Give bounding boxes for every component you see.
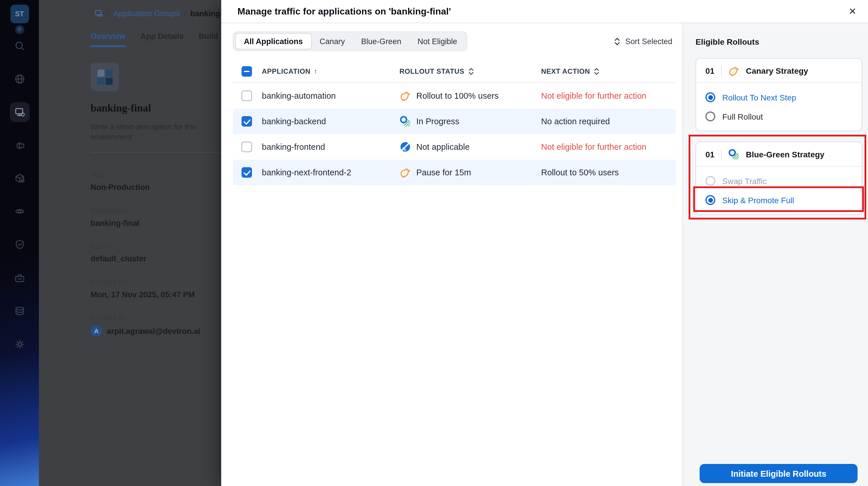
blue-green-icon — [728, 148, 739, 160]
modal-body: All Applications Canary Blue-Green Not E… — [221, 23, 868, 486]
table-row[interactable]: banking-frontend Not applicable Not elig… — [233, 134, 676, 160]
globe-icon[interactable] — [9, 69, 29, 89]
rollout-status-cell: In Progress — [399, 116, 541, 127]
option-rollout-to-next-step[interactable]: Rollout To Next Step — [706, 88, 852, 107]
card-header: 01 Canary Strategy — [696, 59, 862, 83]
breadcrumb: / Application Groups / banking-f — [94, 9, 225, 18]
tab-overview[interactable]: Overview — [91, 32, 125, 47]
row-checkbox[interactable] — [242, 142, 252, 152]
logo-gear-icon: ⚙ — [15, 25, 24, 34]
row-checkbox[interactable] — [242, 116, 252, 127]
canary-icon — [399, 90, 411, 101]
column-rollout-status[interactable]: ROLLOUT STATUS — [399, 67, 541, 75]
next-action-cell: Rollout to 50% users — [541, 168, 676, 177]
environment-description: Write a short description for this envir… — [91, 122, 242, 142]
manage-traffic-modal: Manage traffic for applications on 'bank… — [221, 0, 868, 486]
row-checkbox[interactable] — [242, 91, 252, 101]
application-name: banking-backend — [262, 117, 399, 126]
option-full-rollout[interactable]: Full Rollout — [706, 107, 852, 126]
radio-selected[interactable] — [706, 195, 715, 205]
applications-pane: All Applications Canary Blue-Green Not E… — [221, 23, 682, 486]
app-group-breadcrumb-icon — [94, 9, 103, 18]
breadcrumb-link-application-groups[interactable]: Application Groups — [114, 9, 180, 18]
not-applicable-icon — [399, 141, 411, 153]
screenshot-stage: / Application Groups / banking-f Overvie… — [0, 0, 868, 486]
column-application[interactable]: APPLICATION↑ — [262, 67, 399, 75]
divider — [721, 149, 721, 159]
canary-icon — [728, 65, 739, 77]
strategy-index: 01 — [706, 66, 714, 75]
blue-green-strategy-card: 01 Blue-Green Strategy Swap Traffic Skip… — [695, 142, 862, 215]
radio-disabled — [706, 176, 715, 186]
strategy-options: Rollout To Next Step Full Rollout — [696, 83, 862, 131]
row-checkbox[interactable] — [242, 167, 252, 178]
left-nav-sidebar: ST ⚙ — [0, 0, 39, 486]
next-action-cell: Not eligible for further action — [541, 91, 676, 100]
next-action-cell: Not eligible for further action — [541, 142, 676, 152]
rollout-status-cell: Not applicable — [399, 141, 541, 153]
security-shield-icon[interactable] — [9, 235, 29, 254]
package-icon[interactable] — [9, 169, 29, 188]
next-action-cell: No action required — [541, 117, 676, 126]
application-name: banking-automation — [262, 91, 399, 100]
tab-blue-green[interactable]: Blue-Green — [353, 33, 409, 49]
created-by-email: arpit.agrawal@devtron.ai — [107, 327, 200, 335]
divider — [721, 65, 721, 76]
environment-avatar — [91, 63, 119, 91]
table-row[interactable]: banking-backend In Progress No action re… — [233, 109, 676, 134]
radio-unselected[interactable] — [706, 112, 715, 121]
canary-icon — [399, 166, 411, 178]
environment-title: banking-final — [91, 102, 151, 114]
breadcrumb-current: banking-f — [190, 9, 225, 18]
avatar: A — [91, 325, 102, 337]
jobs-briefcase-icon[interactable] — [9, 268, 29, 288]
filter-tab-group: All Applications Canary Blue-Green Not E… — [233, 31, 468, 51]
breadcrumb-separator: / — [107, 9, 110, 18]
strategy-index: 01 — [706, 150, 714, 159]
tab-canary[interactable]: Canary — [311, 33, 353, 49]
tab-app-details[interactable]: App Details — [141, 32, 184, 47]
application-groups-icon[interactable] — [9, 102, 29, 122]
strategy-name: Canary Strategy — [746, 66, 808, 75]
strategy-name: Blue-Green Strategy — [746, 150, 825, 159]
table-row[interactable]: banking-next-frontend-2 Pause for 15m Ro… — [233, 160, 676, 185]
table-row[interactable]: banking-automation Rollout to 100% users… — [233, 83, 676, 109]
breadcrumb-separator: / — [184, 9, 186, 18]
settings-gear-icon[interactable] — [9, 334, 29, 354]
tab-not-eligible[interactable]: Not Eligible — [409, 33, 465, 49]
sort-arrows-icon — [614, 37, 621, 45]
strategy-options: Swap Traffic Skip & Promote Full — [696, 166, 862, 214]
select-all-checkbox[interactable] — [242, 66, 252, 77]
sort-selected-button[interactable]: Sort Selected — [614, 37, 672, 45]
sort-asc-arrow-icon: ↑ — [314, 67, 318, 75]
eligible-rollouts-panel: Eligible Rollouts 01 Canary Strategy Rol… — [682, 23, 868, 486]
product-logo[interactable]: ST — [10, 5, 29, 23]
resource-stack-icon[interactable] — [9, 301, 29, 321]
search-icon[interactable] — [9, 36, 29, 56]
rollout-status-cell: Pause for 15m — [399, 166, 541, 178]
modal-title: Manage traffic for applications on 'bank… — [238, 6, 451, 17]
panel-title: Eligible Rollouts — [695, 37, 862, 47]
filter-tabs-row: All Applications Canary Blue-Green Not E… — [233, 31, 676, 51]
tab-all-applications[interactable]: All Applications — [235, 33, 311, 49]
chart-store-icon[interactable] — [9, 136, 29, 156]
sort-both-icon — [468, 67, 474, 75]
sort-both-icon — [593, 67, 600, 75]
column-next-action[interactable]: NEXT ACTION — [541, 67, 676, 75]
application-name: banking-frontend — [262, 142, 399, 152]
rollout-status-cell: Rollout to 100% users — [399, 90, 541, 101]
monitoring-eye-icon[interactable] — [9, 202, 29, 221]
grid-logo — [97, 69, 112, 85]
modal-header: Manage traffic for applications on 'bank… — [221, 0, 868, 23]
table-header-row: APPLICATION↑ ROLLOUT STATUS NEXT ACTION — [233, 60, 676, 83]
application-name: banking-next-frontend-2 — [262, 168, 399, 177]
initiate-eligible-rollouts-button[interactable]: Initiate Eligible Rollouts — [700, 464, 858, 483]
blue-green-icon — [399, 116, 411, 127]
close-icon[interactable]: ✕ — [848, 7, 857, 16]
radio-selected[interactable] — [706, 92, 715, 102]
option-swap-traffic: Swap Traffic — [706, 171, 852, 190]
option-skip-promote-full[interactable]: Skip & Promote Full — [706, 190, 852, 210]
canary-strategy-card: 01 Canary Strategy Rollout To Next Step … — [695, 58, 862, 131]
card-header: 01 Blue-Green Strategy — [696, 142, 862, 166]
